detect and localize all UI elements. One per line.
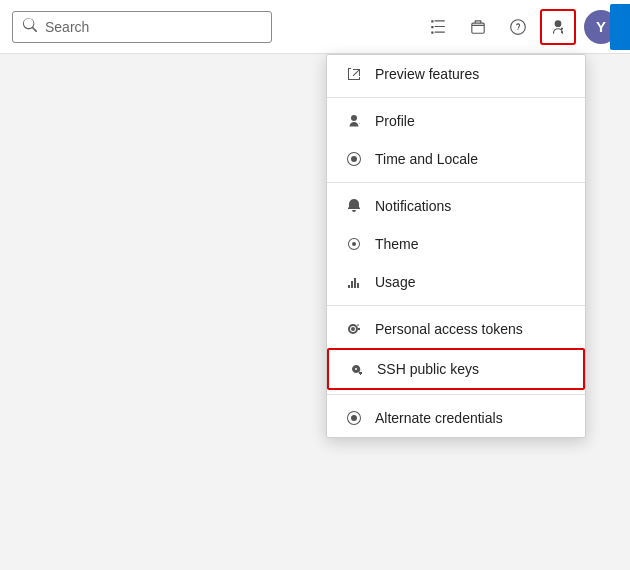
menu-label-ssh-public-keys: SSH public keys (377, 361, 479, 377)
menu-label-notifications: Notifications (375, 198, 451, 214)
help-button[interactable] (500, 9, 536, 45)
search-icon (23, 18, 37, 36)
menu-item-time-locale[interactable]: Time and Locale (327, 140, 585, 178)
menu-label-theme: Theme (375, 236, 419, 252)
personal-access-tokens-icon (345, 320, 363, 338)
ssh-public-keys-icon (347, 360, 365, 378)
menu-label-usage: Usage (375, 274, 415, 290)
menu-label-alternate-credentials: Alternate credentials (375, 410, 503, 426)
search-label: Search (45, 19, 89, 35)
menu-item-theme[interactable]: Theme (327, 225, 585, 263)
divider-2 (327, 182, 585, 183)
divider-4 (327, 394, 585, 395)
menu-item-usage[interactable]: Usage (327, 263, 585, 301)
menu-item-alternate-credentials[interactable]: Alternate credentials (327, 399, 585, 437)
nav-icons: Y (420, 9, 618, 45)
notifications-icon (345, 197, 363, 215)
preview-features-icon (345, 65, 363, 83)
theme-icon (345, 235, 363, 253)
search-box[interactable]: Search (12, 11, 272, 43)
menu-item-profile[interactable]: Profile (327, 102, 585, 140)
divider-1 (327, 97, 585, 98)
alternate-credentials-icon (345, 409, 363, 427)
menu-label-preview-features: Preview features (375, 66, 479, 82)
menu-label-personal-access-tokens: Personal access tokens (375, 321, 523, 337)
menu-item-ssh-public-keys[interactable]: SSH public keys (327, 348, 585, 390)
menu-item-personal-access-tokens[interactable]: Personal access tokens (327, 310, 585, 348)
usage-icon (345, 273, 363, 291)
marketplace-button[interactable] (460, 9, 496, 45)
tasks-button[interactable] (420, 9, 456, 45)
blue-button-stub (610, 4, 630, 50)
user-settings-button[interactable] (540, 9, 576, 45)
menu-label-profile: Profile (375, 113, 415, 129)
menu-item-preview-features[interactable]: Preview features (327, 55, 585, 93)
divider-3 (327, 305, 585, 306)
profile-icon (345, 112, 363, 130)
navbar: Search Y (0, 0, 630, 54)
menu-label-time-locale: Time and Locale (375, 151, 478, 167)
dropdown-menu: Preview features Profile Time and Locale… (326, 54, 586, 438)
menu-item-notifications[interactable]: Notifications (327, 187, 585, 225)
time-locale-icon (345, 150, 363, 168)
avatar-letter: Y (596, 18, 606, 35)
